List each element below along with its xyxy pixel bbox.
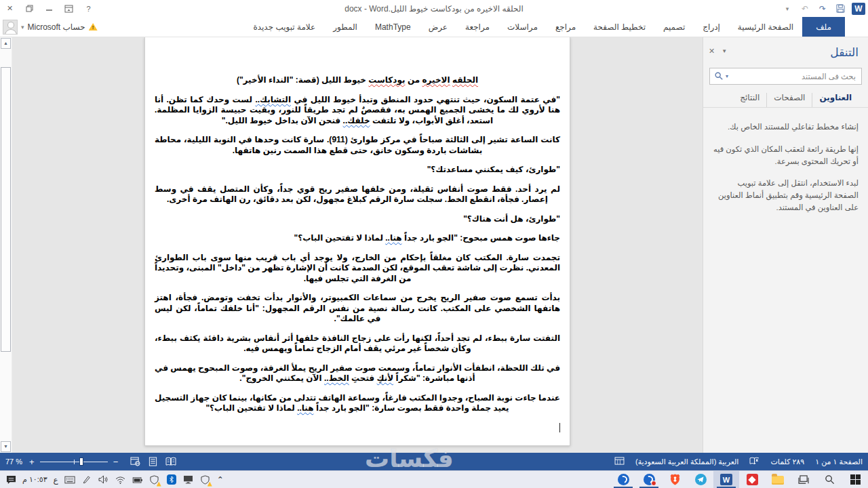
ribbon-tab[interactable]: مراسلات — [498, 17, 547, 37]
ribbon-tab[interactable]: عرض — [420, 17, 456, 37]
print-layout-view-icon[interactable] — [149, 457, 157, 466]
navigation-pane-close-icon[interactable]: ✕ — [709, 47, 715, 56]
zoom-slider-thumb[interactable] — [79, 458, 83, 466]
battery-icon[interactable] — [132, 474, 143, 485]
taskbar-blue-circular-app-icon[interactable] — [610, 471, 636, 488]
document-paragraph[interactable]: تجمدت سارة. المكتب كان مغلقاً بإحكام من … — [155, 253, 560, 285]
wifi-icon[interactable] — [115, 474, 126, 485]
nav-pane-paragraph: إنشاء مخطط تفاعلي للمستند الخاص بك. — [711, 121, 859, 134]
undo-icon[interactable]: ↶ — [797, 0, 812, 17]
zoom-level[interactable]: 77 % — [5, 458, 22, 466]
close-window-button[interactable]: ✕ — [0, 0, 20, 17]
bluetooth-icon[interactable] — [166, 474, 177, 485]
blue-squiggle-word: الخط.. — [324, 373, 349, 383]
red-squiggle-word: الاخيره — [422, 75, 450, 85]
zoom-slider[interactable]: + − — [29, 457, 118, 467]
pen-icon[interactable] — [81, 474, 92, 485]
ribbon-tab[interactable]: علامة تبويب جديدة — [244, 17, 324, 37]
document-text[interactable]: الحلقه الاخيره من بودكاست خيوط الليل (قص… — [155, 75, 560, 434]
search-icon[interactable] — [714, 71, 724, 82]
document-paragraph[interactable]: عندما جاءت نوبة الصباح، وجدوا المكتب فار… — [155, 393, 560, 414]
nav-tab[interactable]: النتائج — [733, 93, 766, 107]
ribbon-tab-row: ملف الصفحة الرئيسيةإدراجتصميمتخطيط الصفح… — [0, 17, 868, 37]
taskbar-search-icon[interactable] — [816, 471, 842, 488]
taskbar-brave-icon[interactable] — [662, 471, 688, 488]
taskbar-telegram-icon[interactable] — [688, 471, 713, 488]
read-mode-view-icon[interactable] — [165, 457, 176, 466]
search-dropdown-icon[interactable]: ▾ — [726, 73, 728, 79]
document-paragraph[interactable]: "طوارئ، كيف يمكنني مساعدتك؟" — [155, 165, 560, 176]
document-paragraph[interactable]: بدأت تسمع صوت صفير الريح يخرج من سماعات … — [155, 293, 560, 325]
taskbar-apps: W — [610, 471, 868, 488]
minimize-window-button[interactable] — [39, 0, 59, 17]
account-dropdown-icon[interactable]: ▾ — [21, 24, 24, 30]
language-indicator[interactable]: العربية (المملكة العربية السعودية) — [635, 458, 738, 466]
ribbon-tab[interactable]: MathType — [366, 17, 420, 37]
search-box: ▾ — [709, 68, 862, 85]
document-canvas: الحلقه الاخيره من بودكاست خيوط الليل (قص… — [12, 37, 703, 453]
document-paragraph[interactable]: التفتت سارة ببطء، لم تجد أحداً، لكنها رأ… — [155, 333, 560, 354]
input-language-indicator[interactable]: ع — [54, 475, 58, 485]
navigation-tabs: العناوينالصفحاتالنتائج — [703, 85, 868, 107]
redo-icon[interactable]: ↷ — [815, 0, 830, 17]
system-tray: ١٠:٥٣ م ع ⌃ — [0, 471, 224, 488]
start-button[interactable] — [842, 471, 868, 488]
scrollbar-thumb[interactable] — [1, 67, 11, 352]
zoom-in-icon[interactable]: + — [29, 457, 35, 467]
taskbar-red-diamond-app-icon[interactable] — [739, 471, 765, 488]
navigation-pane-body: إنشاء مخطط تفاعلي للمستند الخاص بك.إنها … — [703, 108, 868, 214]
help-button[interactable]: ? — [79, 0, 98, 17]
taskbar-blue-circular-app-badge-icon[interactable] — [636, 471, 662, 488]
word-count[interactable]: ٢٨٩ كلمات — [770, 458, 804, 466]
ribbon-tab[interactable]: تخطيط الصفحة — [585, 17, 654, 37]
document-heading[interactable]: الحلقه الاخيره من بودكاست خيوط الليل (قص… — [155, 75, 560, 86]
document-paragraph[interactable]: كانت الساعة تشير إلى الثالثة صباحاً في م… — [155, 135, 560, 156]
quick-access-toolbar: ▾ ↶ ↷ W — [780, 0, 868, 17]
hidden-icons-chevron[interactable]: ⌃ — [217, 475, 224, 485]
page-indicator[interactable]: الصفحة ١ من ١ — [815, 458, 863, 466]
touch-keyboard-icon[interactable] — [64, 474, 75, 485]
scroll-up-icon[interactable]: ▲ — [1, 38, 11, 49]
taskbar-word-icon[interactable]: W — [713, 471, 739, 488]
grid-icon[interactable] — [614, 457, 625, 466]
main-area: ▲ ▼ الحلقه الاخيره من بودكاست خيوط الليل… — [0, 37, 868, 453]
navigation-pane-options-icon[interactable]: ▼ — [722, 48, 727, 56]
document-page[interactable]: الحلقه الاخيره من بودكاست خيوط الليل (قص… — [144, 37, 570, 446]
proofing-errors-icon[interactable] — [749, 457, 760, 467]
task-view-icon[interactable] — [791, 471, 816, 488]
ribbon-tab[interactable]: مراجع — [547, 17, 585, 37]
shield-warning-icon[interactable] — [200, 474, 211, 485]
customize-qat-icon[interactable]: ▾ — [780, 0, 795, 17]
clock[interactable]: ١٠:٥٣ م — [22, 475, 47, 484]
ribbon-tab[interactable]: تصميم — [654, 17, 694, 37]
window-title: الحلقه الاخيره من بودكاست خيوط الليل.doc… — [0, 4, 868, 14]
account-label: حساب Microsoft — [28, 22, 85, 32]
nav-tab[interactable]: الصفحات — [766, 93, 812, 107]
restore-window-button[interactable] — [20, 0, 39, 17]
monitor-icon[interactable] — [183, 474, 194, 485]
vertical-scrollbar[interactable]: ▲ ▼ — [0, 37, 12, 453]
document-paragraph[interactable]: لم يرد أحد. فقط صوت أنفاس ثقيلة، ومن خلف… — [155, 184, 560, 205]
document-paragraph[interactable]: جاءها صوت همس مبحوح: "الجو بارد جداً هنا… — [155, 233, 560, 244]
tab-file[interactable]: ملف — [802, 17, 845, 37]
ribbon-tab[interactable]: المطور — [324, 17, 366, 37]
ribbon-tab[interactable]: مراجعة — [456, 17, 498, 37]
zoom-out-icon[interactable]: − — [113, 457, 119, 467]
shield-warning-icon[interactable] — [149, 474, 160, 485]
scroll-down-icon[interactable]: ▼ — [1, 441, 11, 452]
blue-squiggle-word: التشابك.. — [255, 95, 291, 104]
ribbon-tab[interactable]: الصفحة الرئيسية — [729, 17, 802, 37]
ribbon-display-options-button[interactable] — [59, 0, 79, 17]
action-center-icon[interactable] — [5, 474, 16, 485]
document-paragraph[interactable]: في تلك اللحظة، انطفأت الأنوار تماماً، وس… — [155, 363, 560, 384]
volume-icon[interactable] — [98, 474, 109, 485]
save-icon[interactable] — [833, 0, 848, 17]
nav-tab[interactable]: العناوين — [812, 93, 859, 107]
ribbon-tab[interactable]: إدراج — [694, 17, 729, 37]
document-paragraph[interactable]: "طوارئ، هل أنت هناك؟" — [155, 214, 560, 225]
web-layout-view-icon[interactable] — [130, 457, 140, 466]
document-paragraph[interactable]: "في عتمة السكون، حيث تنتهي حدود المنطق و… — [155, 95, 560, 127]
search-input[interactable] — [732, 73, 861, 81]
taskbar-file-explorer-icon[interactable] — [765, 471, 791, 488]
account-area[interactable]: ▾ حساب Microsoft ! — [3, 17, 98, 37]
